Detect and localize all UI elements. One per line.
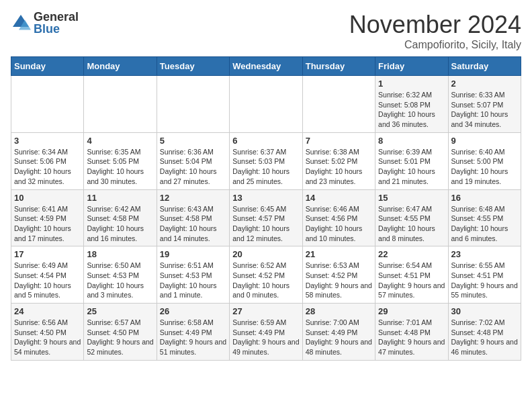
day-info: Sunrise: 6:57 AMSunset: 4:50 PMDaylight:… (87, 318, 153, 357)
weekday-header: Monday (84, 57, 157, 76)
logo-icon (11, 13, 31, 33)
day-info: Sunrise: 7:02 AMSunset: 4:48 PMDaylight:… (451, 318, 518, 357)
calendar-cell: 22Sunrise: 6:54 AMSunset: 4:51 PMDayligh… (375, 246, 448, 304)
calendar-cell: 15Sunrise: 6:47 AMSunset: 4:55 PMDayligh… (375, 189, 448, 246)
calendar-cell (84, 76, 157, 133)
calendar-cell: 21Sunrise: 6:53 AMSunset: 4:52 PMDayligh… (302, 246, 375, 304)
day-number: 6 (232, 136, 299, 146)
day-info: Sunrise: 6:50 AMSunset: 4:53 PMDaylight:… (87, 261, 153, 300)
day-number: 7 (306, 136, 372, 146)
day-info: Sunrise: 6:32 AMSunset: 5:08 PMDaylight:… (378, 90, 445, 130)
day-info: Sunrise: 6:48 AMSunset: 4:55 PMDaylight:… (451, 204, 518, 244)
day-info: Sunrise: 6:35 AMSunset: 5:05 PMDaylight:… (87, 147, 153, 187)
weekday-header-row: SundayMondayTuesdayWednesdayThursdayFrid… (11, 57, 521, 76)
calendar-cell: 26Sunrise: 6:58 AMSunset: 4:49 PMDayligh… (157, 304, 229, 361)
day-number: 17 (14, 249, 81, 259)
day-info: Sunrise: 6:51 AMSunset: 4:53 PMDaylight:… (160, 261, 226, 300)
day-number: 30 (451, 306, 518, 316)
calendar-week-row: 1Sunrise: 6:32 AMSunset: 5:08 PMDaylight… (11, 76, 521, 133)
day-number: 29 (378, 306, 445, 316)
calendar-cell: 5Sunrise: 6:36 AMSunset: 5:04 PMDaylight… (157, 132, 229, 189)
day-info: Sunrise: 6:58 AMSunset: 4:49 PMDaylight:… (160, 318, 226, 357)
calendar-cell: 8Sunrise: 6:39 AMSunset: 5:01 PMDaylight… (375, 132, 448, 189)
day-number: 9 (451, 136, 518, 146)
calendar-cell: 30Sunrise: 7:02 AMSunset: 4:48 PMDayligh… (448, 304, 521, 361)
day-info: Sunrise: 6:47 AMSunset: 4:55 PMDaylight:… (378, 204, 445, 244)
day-info: Sunrise: 6:53 AMSunset: 4:52 PMDaylight:… (306, 261, 372, 300)
day-number: 28 (306, 306, 372, 316)
month-title: November 2024 (349, 11, 521, 39)
day-number: 5 (160, 136, 226, 146)
weekday-header: Wednesday (230, 57, 302, 76)
day-number: 19 (160, 249, 226, 259)
day-info: Sunrise: 6:56 AMSunset: 4:50 PMDaylight:… (14, 318, 81, 357)
calendar-cell: 2Sunrise: 6:33 AMSunset: 5:07 PMDaylight… (448, 76, 521, 133)
day-number: 15 (378, 193, 445, 203)
calendar-cell: 29Sunrise: 7:01 AMSunset: 4:48 PMDayligh… (375, 304, 448, 361)
day-info: Sunrise: 7:01 AMSunset: 4:48 PMDaylight:… (378, 318, 445, 357)
day-info: Sunrise: 6:46 AMSunset: 4:56 PMDaylight:… (306, 204, 372, 244)
day-number: 11 (87, 193, 153, 203)
day-number: 18 (87, 249, 153, 259)
day-info: Sunrise: 6:52 AMSunset: 4:52 PMDaylight:… (232, 261, 299, 300)
title-block: November 2024 Campofiorito, Sicily, Ital… (349, 11, 521, 51)
day-info: Sunrise: 6:42 AMSunset: 4:58 PMDaylight:… (87, 204, 153, 244)
weekday-header: Friday (375, 57, 448, 76)
calendar-cell: 27Sunrise: 6:59 AMSunset: 4:49 PMDayligh… (230, 304, 302, 361)
day-info: Sunrise: 6:38 AMSunset: 5:02 PMDaylight:… (306, 147, 372, 187)
calendar-cell: 4Sunrise: 6:35 AMSunset: 5:05 PMDaylight… (84, 132, 157, 189)
day-number: 3 (14, 136, 81, 146)
logo-blue: Blue (34, 23, 79, 35)
day-info: Sunrise: 6:39 AMSunset: 5:01 PMDaylight:… (378, 147, 445, 187)
day-info: Sunrise: 7:00 AMSunset: 4:49 PMDaylight:… (306, 318, 372, 357)
day-number: 8 (378, 136, 445, 146)
day-info: Sunrise: 6:33 AMSunset: 5:07 PMDaylight:… (451, 90, 518, 130)
weekday-header: Sunday (11, 57, 84, 76)
weekday-header: Tuesday (157, 57, 229, 76)
day-number: 2 (451, 79, 518, 89)
calendar-week-row: 3Sunrise: 6:34 AMSunset: 5:06 PMDaylight… (11, 132, 521, 189)
location: Campofiorito, Sicily, Italy (349, 39, 521, 51)
calendar-cell (302, 76, 375, 133)
day-info: Sunrise: 6:40 AMSunset: 5:00 PMDaylight:… (451, 147, 518, 187)
day-number: 12 (160, 193, 226, 203)
calendar-cell: 7Sunrise: 6:38 AMSunset: 5:02 PMDaylight… (302, 132, 375, 189)
calendar-cell: 6Sunrise: 6:37 AMSunset: 5:03 PMDaylight… (230, 132, 302, 189)
calendar-cell: 10Sunrise: 6:41 AMSunset: 4:59 PMDayligh… (11, 189, 84, 246)
day-info: Sunrise: 6:37 AMSunset: 5:03 PMDaylight:… (232, 147, 299, 187)
calendar-cell: 1Sunrise: 6:32 AMSunset: 5:08 PMDaylight… (375, 76, 448, 133)
calendar-cell (157, 76, 229, 133)
day-number: 13 (232, 193, 299, 203)
calendar-week-row: 24Sunrise: 6:56 AMSunset: 4:50 PMDayligh… (11, 304, 521, 361)
calendar-cell: 20Sunrise: 6:52 AMSunset: 4:52 PMDayligh… (230, 246, 302, 304)
calendar-cell: 19Sunrise: 6:51 AMSunset: 4:53 PMDayligh… (157, 246, 229, 304)
calendar-cell (230, 76, 302, 133)
calendar-cell: 28Sunrise: 7:00 AMSunset: 4:49 PMDayligh… (302, 304, 375, 361)
logo-text: General Blue (34, 11, 79, 35)
day-number: 21 (306, 249, 372, 259)
day-info: Sunrise: 6:43 AMSunset: 4:58 PMDaylight:… (160, 204, 226, 244)
calendar-cell: 25Sunrise: 6:57 AMSunset: 4:50 PMDayligh… (84, 304, 157, 361)
logo-general: General (34, 11, 79, 23)
page-header: General Blue November 2024 Campofiorito,… (11, 11, 521, 51)
calendar-week-row: 10Sunrise: 6:41 AMSunset: 4:59 PMDayligh… (11, 189, 521, 246)
calendar-cell: 3Sunrise: 6:34 AMSunset: 5:06 PMDaylight… (11, 132, 84, 189)
day-info: Sunrise: 6:55 AMSunset: 4:51 PMDaylight:… (451, 261, 518, 300)
day-number: 16 (451, 193, 518, 203)
weekday-header: Saturday (448, 57, 521, 76)
day-number: 22 (378, 249, 445, 259)
day-info: Sunrise: 6:49 AMSunset: 4:54 PMDaylight:… (14, 261, 81, 300)
logo: General Blue (11, 11, 79, 35)
day-number: 23 (451, 249, 518, 259)
calendar-week-row: 17Sunrise: 6:49 AMSunset: 4:54 PMDayligh… (11, 246, 521, 304)
day-info: Sunrise: 6:41 AMSunset: 4:59 PMDaylight:… (14, 204, 81, 244)
day-number: 4 (87, 136, 153, 146)
day-info: Sunrise: 6:54 AMSunset: 4:51 PMDaylight:… (378, 261, 445, 300)
calendar-cell: 11Sunrise: 6:42 AMSunset: 4:58 PMDayligh… (84, 189, 157, 246)
day-info: Sunrise: 6:45 AMSunset: 4:57 PMDaylight:… (232, 204, 299, 244)
calendar-cell: 14Sunrise: 6:46 AMSunset: 4:56 PMDayligh… (302, 189, 375, 246)
day-number: 1 (378, 79, 445, 89)
day-number: 26 (160, 306, 226, 316)
calendar-cell: 24Sunrise: 6:56 AMSunset: 4:50 PMDayligh… (11, 304, 84, 361)
day-info: Sunrise: 6:34 AMSunset: 5:06 PMDaylight:… (14, 147, 81, 187)
